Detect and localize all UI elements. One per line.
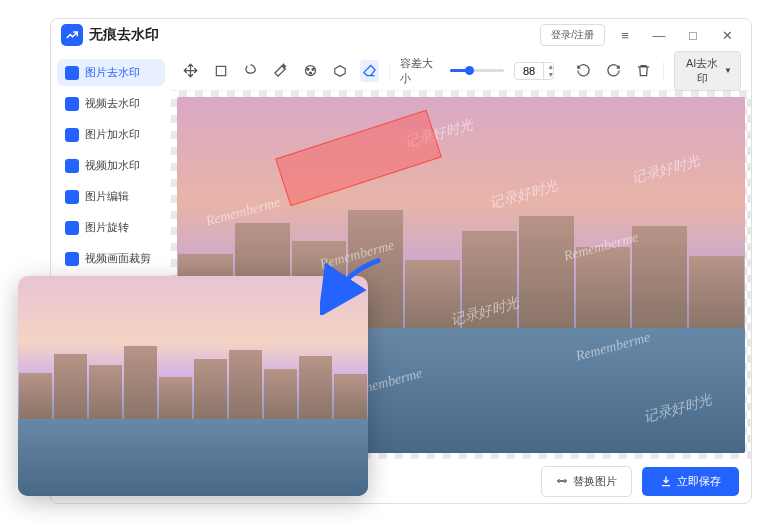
login-button[interactable]: 登录/注册 — [540, 24, 605, 46]
save-button[interactable]: 立即保存 — [642, 467, 739, 496]
wand-tool[interactable] — [270, 60, 290, 82]
tolerance-slider[interactable] — [450, 69, 504, 72]
sidebar-item-video-remove-wm[interactable]: 视频去水印 — [57, 90, 165, 117]
app-logo-icon — [61, 24, 83, 46]
replace-button-label: 替换图片 — [573, 474, 617, 489]
minimize-button[interactable]: — — [645, 21, 673, 49]
sidebar-item-label: 图片编辑 — [85, 189, 129, 204]
app-title: 无痕去水印 — [89, 26, 159, 44]
lasso-tool[interactable] — [241, 60, 261, 82]
ai-button-label: AI去水印 — [683, 56, 721, 86]
sidebar-item-label: 图片去水印 — [85, 65, 140, 80]
rotate-icon — [65, 221, 79, 235]
result-preview-card — [18, 276, 368, 496]
rect-tool[interactable] — [211, 60, 231, 82]
svg-point-2 — [307, 68, 309, 70]
tolerance-label: 容差大小 — [400, 56, 440, 86]
water-deco — [18, 419, 368, 496]
watermark-text: 记录好时光 — [630, 152, 702, 188]
image-add-icon — [65, 128, 79, 142]
selection-rect[interactable] — [275, 109, 442, 206]
result-arrow-icon — [320, 255, 390, 315]
close-button[interactable]: ✕ — [713, 21, 741, 49]
sidebar-item-image-add-wm[interactable]: 图片加水印 — [57, 121, 165, 148]
edit-icon — [65, 190, 79, 204]
image-icon — [65, 66, 79, 80]
buildings-deco — [18, 342, 368, 419]
save-button-label: 立即保存 — [677, 474, 721, 489]
divider — [389, 62, 390, 80]
reset-button[interactable] — [633, 60, 653, 82]
sidebar-item-label: 视频加水印 — [85, 158, 140, 173]
maximize-button[interactable]: □ — [679, 21, 707, 49]
move-tool[interactable] — [181, 60, 201, 82]
sidebar-item-image-edit[interactable]: 图片编辑 — [57, 183, 165, 210]
sidebar-item-label: 视频画面裁剪 — [85, 251, 151, 266]
spin-up-icon[interactable]: ▲ — [544, 63, 554, 71]
sidebar-item-video-add-wm[interactable]: 视频加水印 — [57, 152, 165, 179]
svg-rect-0 — [216, 66, 225, 75]
ai-remove-button[interactable]: AI去水印▼ — [674, 51, 741, 91]
titlebar: 无痕去水印 登录/注册 ≡ — □ ✕ — [51, 19, 751, 51]
swap-icon — [556, 475, 568, 487]
svg-point-4 — [309, 72, 311, 74]
sidebar-item-label: 视频去水印 — [85, 96, 140, 111]
sidebar-item-video-crop[interactable]: 视频画面裁剪 — [57, 245, 165, 272]
sidebar-item-image-remove-wm[interactable]: 图片去水印 — [57, 59, 165, 86]
chevron-down-icon: ▼ — [724, 66, 732, 75]
divider — [663, 62, 664, 80]
tolerance-spinner[interactable]: 88 ▲▼ — [514, 62, 554, 80]
polygon-tool[interactable] — [330, 60, 350, 82]
sidebar-item-label: 图片加水印 — [85, 127, 140, 142]
sidebar-item-label: 图片旋转 — [85, 220, 129, 235]
redo-button[interactable] — [604, 60, 624, 82]
video-icon — [65, 97, 79, 111]
menu-button[interactable]: ≡ — [611, 21, 639, 49]
toolbar: 容差大小 88 ▲▼ AI去水印▼ — [171, 51, 751, 91]
replace-image-button[interactable]: 替换图片 — [541, 466, 632, 497]
eraser-tool[interactable] — [360, 60, 380, 82]
download-icon — [660, 475, 672, 487]
sidebar-item-image-rotate[interactable]: 图片旋转 — [57, 214, 165, 241]
undo-button[interactable] — [574, 60, 594, 82]
svg-point-3 — [312, 68, 314, 70]
brush-tool[interactable] — [300, 60, 320, 82]
crop-icon — [65, 252, 79, 266]
spin-down-icon[interactable]: ▼ — [544, 71, 554, 79]
video-add-icon — [65, 159, 79, 173]
tolerance-value: 88 — [515, 63, 543, 79]
